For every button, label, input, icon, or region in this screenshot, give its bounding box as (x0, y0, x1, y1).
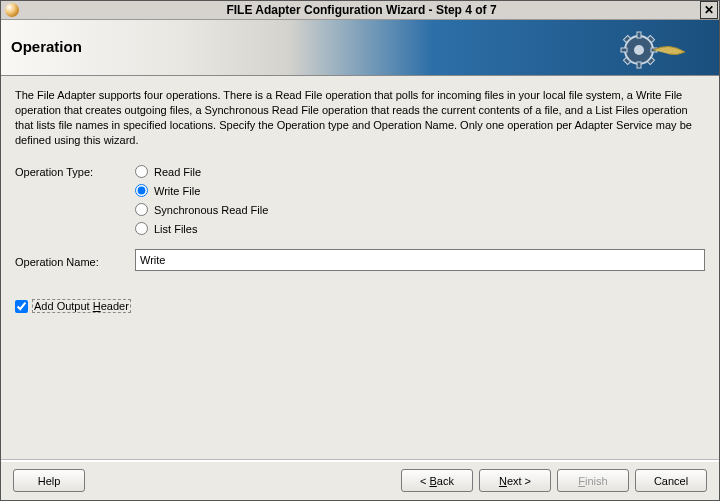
operation-type-label: Operation Type: (15, 163, 135, 178)
radio-read-file-label: Read File (154, 166, 201, 178)
titlebar: FILE Adapter Configuration Wizard - Step… (1, 1, 719, 20)
operation-name-input[interactable] (135, 249, 705, 271)
back-button[interactable]: < Back (401, 469, 473, 492)
radio-write-file-label: Write File (154, 185, 200, 197)
close-icon: ✕ (704, 4, 714, 16)
description-text: The File Adapter supports four operation… (15, 88, 705, 147)
radio-sync-read-file[interactable]: Synchronous Read File (135, 203, 268, 216)
radio-write-file[interactable]: Write File (135, 184, 268, 197)
gear-icon (619, 30, 689, 70)
svg-rect-3 (637, 62, 641, 68)
radio-sync-read-file-label: Synchronous Read File (154, 204, 268, 216)
radio-read-file[interactable]: Read File (135, 165, 268, 178)
svg-point-1 (634, 45, 644, 55)
add-output-header-row: Add Output Header (15, 299, 705, 313)
radio-read-file-input[interactable] (135, 165, 148, 178)
next-button[interactable]: Next > (479, 469, 551, 492)
radio-list-files-input[interactable] (135, 222, 148, 235)
radio-write-file-input[interactable] (135, 184, 148, 197)
cancel-button[interactable]: Cancel (635, 469, 707, 492)
page-title: Operation (11, 38, 82, 55)
operation-name-label: Operation Name: (15, 253, 135, 268)
window-title: FILE Adapter Configuration Wizard - Step… (23, 3, 700, 17)
wizard-window: FILE Adapter Configuration Wizard - Step… (0, 0, 720, 501)
operation-type-row: Operation Type: Read File Write File Syn… (15, 163, 705, 235)
button-bar: Help < Back Next > Finish Cancel (1, 469, 719, 492)
radio-list-files[interactable]: List Files (135, 222, 268, 235)
svg-rect-2 (637, 32, 641, 38)
radio-list-files-label: List Files (154, 223, 197, 235)
operation-name-row: Operation Name: (15, 249, 705, 271)
radio-sync-read-file-input[interactable] (135, 203, 148, 216)
add-output-header-label[interactable]: Add Output Header (32, 299, 131, 313)
svg-rect-4 (621, 48, 627, 52)
banner: Operation (1, 20, 719, 76)
close-button[interactable]: ✕ (700, 1, 718, 19)
finish-button: Finish (557, 469, 629, 492)
help-button[interactable]: Help (13, 469, 85, 492)
button-divider (1, 459, 719, 462)
app-icon (5, 3, 19, 17)
operation-type-radios: Read File Write File Synchronous Read Fi… (135, 163, 268, 235)
content-area: The File Adapter supports four operation… (1, 76, 719, 325)
add-output-header-checkbox[interactable] (15, 300, 28, 313)
